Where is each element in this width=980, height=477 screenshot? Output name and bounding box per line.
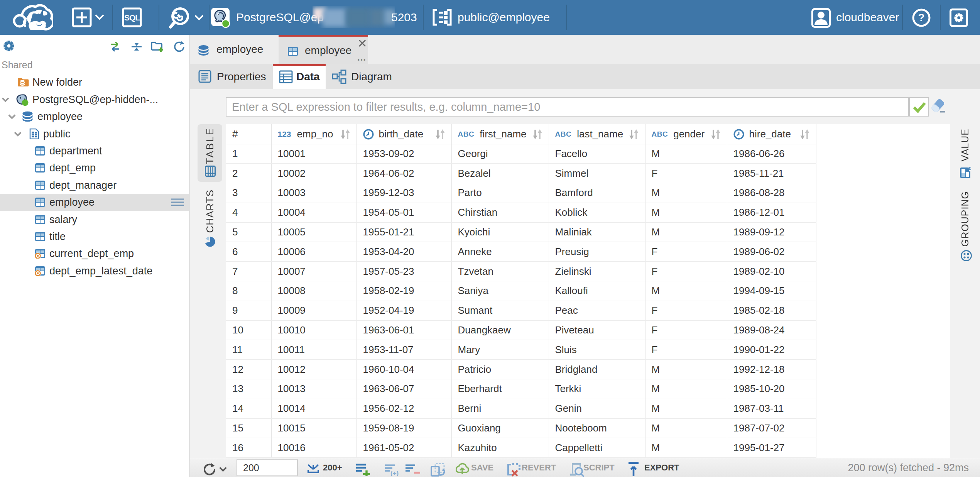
svg-text:SQL: SQL: [124, 13, 140, 22]
svg-text:?: ?: [918, 12, 924, 24]
svg-text:(+): (+): [390, 470, 399, 476]
